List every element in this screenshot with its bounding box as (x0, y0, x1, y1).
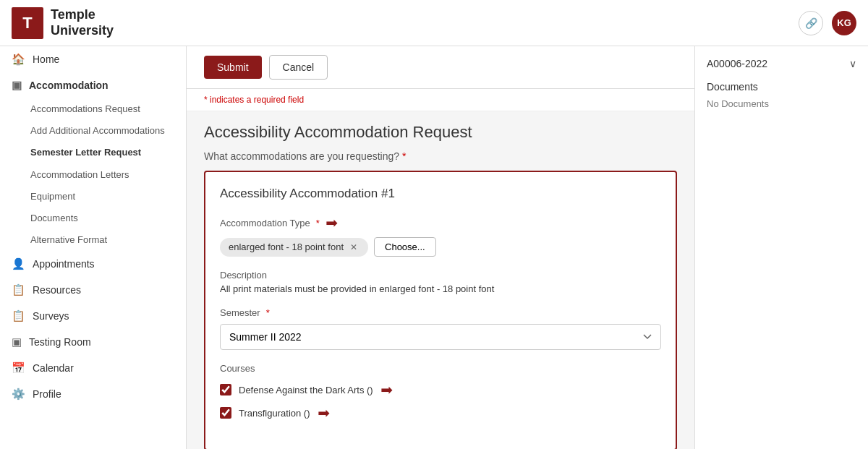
profile-icon: ⚙️ (12, 388, 25, 401)
sidebar-sub-semester-letter[interactable]: Semester Letter Request (0, 142, 186, 163)
sidebar-item-appointments[interactable]: 👤 Appointments (0, 251, 186, 277)
header-right: 🔗 KG (799, 11, 856, 35)
home-icon: 🏠 (12, 53, 25, 66)
sidebar-label-calendar: Calendar (33, 362, 74, 374)
courses-group: Courses Defense Against the Dark Arts ()… (220, 363, 661, 422)
panel-chevron-icon[interactable]: ∨ (849, 58, 856, 69)
arrow-annotation-type: ⬅︎ (326, 214, 338, 231)
sidebar-label-appointments: Appointments (33, 258, 95, 270)
semester-label: Semester * (220, 307, 661, 318)
sidebar-label-surveys: Surveys (33, 310, 69, 322)
sidebar: 🏠 Home ▣ Accommodation Accommodations Re… (0, 46, 187, 449)
calendar-icon: 📅 (12, 362, 25, 375)
course2-checkbox[interactable] (220, 407, 231, 419)
accommodation-box: Accessibility Accommodation #1 Accommoda… (204, 171, 677, 449)
arrow-annotation-course1: ⬅︎ (380, 381, 393, 398)
accommodation-type-group: Accommodation Type * ⬅︎ enlarged font - … (220, 214, 661, 257)
semester-select[interactable]: Summer II 2022 (220, 324, 661, 350)
right-panel: A00006-2022 ∨ Documents No Documents (694, 46, 868, 449)
course1-label: Defense Against the Dark Arts () (239, 385, 373, 395)
appointments-icon: 👤 (12, 257, 25, 270)
sidebar-sub-equipment[interactable]: Equipment (0, 186, 186, 208)
sidebar-sub-accommodations-request[interactable]: Accommodations Request (0, 98, 186, 120)
sidebar-sub-alternative-format[interactable]: Alternative Format (0, 229, 186, 251)
sidebar-label-resources: Resources (33, 284, 81, 296)
sidebar-label-profile: Profile (33, 388, 61, 400)
tag-text: enlarged font - 18 point font (229, 241, 344, 252)
user-avatar[interactable]: KG (832, 11, 856, 35)
sidebar-item-testing-room[interactable]: ▣ Testing Room (0, 329, 186, 355)
sidebar-sub-accommodation-letters[interactable]: Accommodation Letters (0, 164, 186, 186)
sidebar-item-calendar[interactable]: 📅 Calendar (0, 355, 186, 381)
sidebar-sub-documents[interactable]: Documents (0, 208, 186, 229)
description-label: Description (220, 270, 661, 281)
semester-group: Semester * Summer II 2022 (220, 307, 661, 350)
layout: 🏠 Home ▣ Accommodation Accommodations Re… (0, 46, 868, 449)
course1-row: Defense Against the Dark Arts () ⬅︎ (220, 381, 661, 398)
courses-label: Courses (220, 363, 661, 374)
course2-row: Transfiguration () ⬅︎ (220, 404, 661, 422)
course2-label: Transfiguration () (239, 408, 310, 419)
description-group: Description All print materials must be … (220, 270, 661, 294)
required-note: * indicates a required field (187, 89, 694, 111)
sidebar-item-home[interactable]: 🏠 Home (0, 46, 186, 72)
link-icon[interactable]: 🔗 (799, 11, 823, 35)
documents-title: Documents (707, 81, 856, 93)
accommodation-tag: enlarged font - 18 point font ✕ (220, 238, 368, 257)
panel-header: A00006-2022 ∨ (707, 58, 856, 69)
sidebar-sub-add-additional[interactable]: Add Additional Accommodations (0, 120, 186, 142)
sidebar-item-profile[interactable]: ⚙️ Profile (0, 381, 186, 407)
main-content: Submit Cancel * indicates a required fie… (187, 46, 694, 449)
description-text: All print materials must be provided in … (220, 283, 661, 294)
record-id: A00006-2022 (707, 58, 767, 69)
cancel-button[interactable]: Cancel (269, 55, 328, 80)
section-question: What accommodations are you requesting? … (204, 150, 677, 162)
accommodation-title: Accessibility Accommodation #1 (220, 187, 661, 201)
sidebar-label-testing-room: Testing Room (29, 336, 91, 348)
tag-input-area: enlarged font - 18 point font ✕ Choose..… (220, 237, 661, 257)
temple-logo: T (12, 7, 43, 39)
submit-button[interactable]: Submit (204, 56, 262, 79)
sidebar-item-accommodation[interactable]: ▣ Accommodation (0, 72, 186, 98)
form-area: What accommodations are you requesting? … (187, 150, 694, 449)
testing-room-icon: ▣ (12, 335, 22, 348)
surveys-icon: 📋 (12, 309, 25, 322)
toolbar: Submit Cancel (187, 46, 694, 89)
accommodation-icon: ▣ (12, 79, 22, 92)
logo-area: T TempleUniversity (12, 7, 114, 39)
accommodation-type-label: Accommodation Type * ⬅︎ (220, 214, 661, 231)
page-title: Accessibility Accommodation Request (187, 111, 694, 150)
course1-checkbox[interactable] (220, 384, 231, 395)
sidebar-item-surveys[interactable]: 📋 Surveys (0, 303, 186, 329)
app-title: TempleUniversity (51, 7, 114, 38)
header: T TempleUniversity 🔗 KG (0, 0, 868, 46)
choose-button[interactable]: Choose... (374, 237, 436, 257)
no-documents-text: No Documents (707, 98, 856, 109)
resources-icon: 📋 (12, 283, 25, 296)
tag-remove-button[interactable]: ✕ (348, 241, 359, 253)
sidebar-item-resources[interactable]: 📋 Resources (0, 277, 186, 303)
sidebar-label-home: Home (33, 54, 59, 65)
arrow-annotation-course2: ⬅︎ (318, 404, 330, 422)
sidebar-label-accommodation: Accommodation (29, 80, 109, 91)
